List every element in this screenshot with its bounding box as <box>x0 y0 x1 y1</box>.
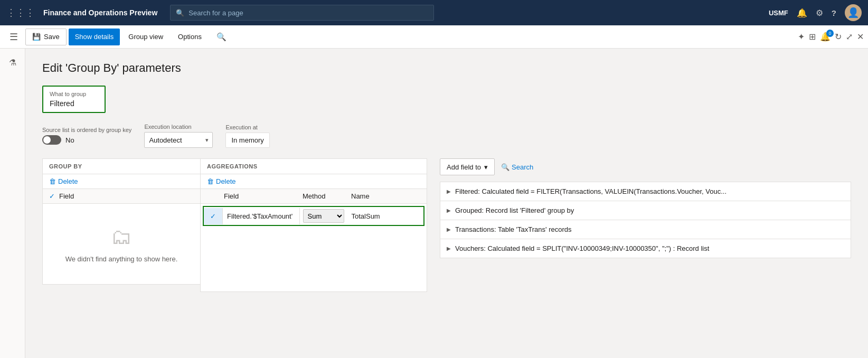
top-nav: ⋮⋮⋮ Finance and Operations Preview 🔍 Sea… <box>0 0 868 25</box>
aggregations-actions: 🗑 Delete <box>201 174 427 189</box>
right-panel-toolbar: Add field to ▾ 🔍 Search <box>440 158 851 175</box>
agg-delete-icon: 🗑 <box>207 177 214 185</box>
app-title: Finance and Operations Preview <box>43 8 157 17</box>
what-to-group-value: Filtered <box>50 99 98 108</box>
notif-count: 0 <box>826 30 834 37</box>
save-icon: 💾 <box>32 33 41 41</box>
help-icon[interactable]: ? <box>832 8 836 17</box>
agg-row-check: ✓ <box>204 208 223 224</box>
options-button[interactable]: Options <box>172 29 208 45</box>
datasource-list: ▶ Filtered: Calculated field = FILTER(Tr… <box>440 182 851 258</box>
what-to-group-label: What to group <box>50 91 98 97</box>
execution-at-value: In memory <box>225 133 269 148</box>
search-icon: 🔍 <box>176 9 184 17</box>
grid-icon[interactable]: ⋮⋮⋮ <box>6 7 35 18</box>
settings-row: Source list is ordered by group key No E… <box>42 124 851 148</box>
org-label: USMF <box>769 9 788 17</box>
agg-field-col-header: Field <box>220 192 299 200</box>
ds-text-1: Filtered: Calculated field = FILTER(Tran… <box>455 187 727 195</box>
field-check-icon: ✓ <box>49 192 55 200</box>
toggle-row: No <box>42 135 131 145</box>
bell-icon[interactable]: 🔔 <box>797 8 807 18</box>
search-link-icon: 🔍 <box>501 163 510 171</box>
close-icon[interactable]: ✕ <box>857 32 864 42</box>
ds-chevron-icon-4: ▶ <box>447 246 451 251</box>
search-link[interactable]: 🔍 Search <box>501 163 533 171</box>
avatar[interactable]: 👤 <box>845 4 862 21</box>
toggle-text: No <box>65 136 74 144</box>
group-by-actions: 🗑 Delete <box>43 174 200 189</box>
ds-text-2: Grouped: Record list 'Filtered' group by <box>455 206 574 214</box>
sidebar: ⚗ <box>0 49 25 358</box>
refresh-icon[interactable]: ↻ <box>835 32 842 42</box>
group-view-button[interactable]: Group view <box>122 29 169 45</box>
agg-method-select[interactable]: Sum Avg Count Min Max <box>303 209 344 223</box>
toggle-knob <box>43 136 51 144</box>
main-content: Edit 'Group By' parameters What to group… <box>25 49 868 358</box>
aggregations-section: AGGREGATIONS 🗑 Delete Field Method Name … <box>200 158 427 292</box>
ds-item-grouped[interactable]: ▶ Grouped: Record list 'Filtered' group … <box>440 201 851 220</box>
search-placeholder: Search for a page <box>188 9 243 17</box>
aggregations-delete-button[interactable]: 🗑 Delete <box>207 177 236 185</box>
right-panel: Add field to ▾ 🔍 Search ▶ Filtered: Calc… <box>427 158 851 258</box>
agg-name-col-header: Name <box>347 192 427 200</box>
agg-spacer <box>201 228 427 291</box>
empty-icon: 🗂 <box>53 225 190 249</box>
agg-table-row: ✓ Filtered.'$TaxAmount' Sum Avg Count Mi… <box>203 206 424 226</box>
empty-text: We didn't find anything to show here. <box>53 255 190 263</box>
agg-row-name: TotalSum <box>347 208 424 224</box>
toolbar-right: ✦ ⊞ 🔔 0 ↻ ⤢ ✕ <box>798 32 864 42</box>
execution-location-label: Execution location <box>144 124 213 130</box>
page-title: Edit 'Group By' parameters <box>42 61 851 75</box>
ds-item-transactions[interactable]: ▶ Transactions: Table 'TaxTrans' records <box>440 220 851 239</box>
aggregations-header: AGGREGATIONS <box>201 159 427 174</box>
sidebar-filter-icon[interactable]: ⚗ <box>3 53 22 72</box>
group-by-delete-button[interactable]: 🗑 Delete <box>49 177 78 185</box>
notif-badge-area: 🔔 0 <box>820 32 831 42</box>
group-by-empty: 🗂 We didn't find anything to show here. <box>43 204 200 284</box>
ds-chevron-icon-3: ▶ <box>447 227 451 232</box>
source-list-toggle[interactable] <box>42 135 61 145</box>
sparkle-icon[interactable]: ✦ <box>798 32 805 42</box>
nav-toggle-icon[interactable]: ☰ <box>4 27 23 46</box>
gear-icon[interactable]: ⚙ <box>816 8 823 18</box>
group-by-header: GROUP BY <box>43 159 200 174</box>
execution-location-select-wrap: Autodetect In memory Database <box>144 132 213 148</box>
agg-row-field: Filtered.'$TaxAmount' <box>223 208 300 224</box>
source-list-label: Source list is ordered by group key <box>42 127 131 133</box>
save-button[interactable]: 💾 Save <box>25 29 67 45</box>
expand-icon[interactable]: ⤢ <box>846 32 853 42</box>
agg-row-method: Sum Avg Count Min Max <box>300 207 347 225</box>
execution-at-setting: Execution at In memory <box>225 124 269 148</box>
source-list-setting: Source list is ordered by group key No <box>42 127 131 145</box>
global-search[interactable]: 🔍 Search for a page <box>170 5 434 21</box>
toolbar: ☰ 💾 Save Show details Group view Options… <box>0 25 868 49</box>
add-field-chevron: ▾ <box>484 163 488 171</box>
search-toolbar-icon[interactable]: 🔍 <box>210 29 233 45</box>
ds-chevron-icon-1: ▶ <box>447 189 451 194</box>
execution-location-select[interactable]: Autodetect In memory Database <box>144 132 213 148</box>
execution-at-label: Execution at <box>225 124 269 130</box>
execution-location-setting: Execution location Autodetect In memory … <box>144 124 213 148</box>
show-details-button[interactable]: Show details <box>69 29 120 45</box>
ds-text-4: Vouchers: Calculated field = SPLIT("INV-… <box>455 244 709 252</box>
columns-wrapper: GROUP BY 🗑 Delete ✓ Field 🗂 We didn't fi… <box>42 158 851 292</box>
add-field-button[interactable]: Add field to ▾ <box>440 158 495 175</box>
agg-method-col-header: Method <box>299 192 347 200</box>
top-nav-right: USMF 🔔 ⚙ ? 👤 <box>769 4 862 21</box>
what-to-group-card[interactable]: What to group Filtered <box>42 86 106 113</box>
group-by-field-header: ✓ Field <box>43 189 200 204</box>
ds-chevron-icon-2: ▶ <box>447 208 451 213</box>
ds-item-vouchers[interactable]: ▶ Vouchers: Calculated field = SPLIT("IN… <box>440 239 851 258</box>
add-field-label: Add field to <box>447 163 481 171</box>
split-icon[interactable]: ⊞ <box>809 32 816 42</box>
delete-icon: 🗑 <box>49 177 56 185</box>
ds-text-3: Transactions: Table 'TaxTrans' records <box>455 225 572 233</box>
layout: ⚗ Edit 'Group By' parameters What to gro… <box>0 49 868 358</box>
agg-check-col <box>201 192 220 200</box>
ds-item-filtered[interactable]: ▶ Filtered: Calculated field = FILTER(Tr… <box>440 182 851 201</box>
agg-col-headers: Field Method Name <box>201 189 427 204</box>
group-by-section: GROUP BY 🗑 Delete ✓ Field 🗂 We didn't fi… <box>42 158 201 285</box>
